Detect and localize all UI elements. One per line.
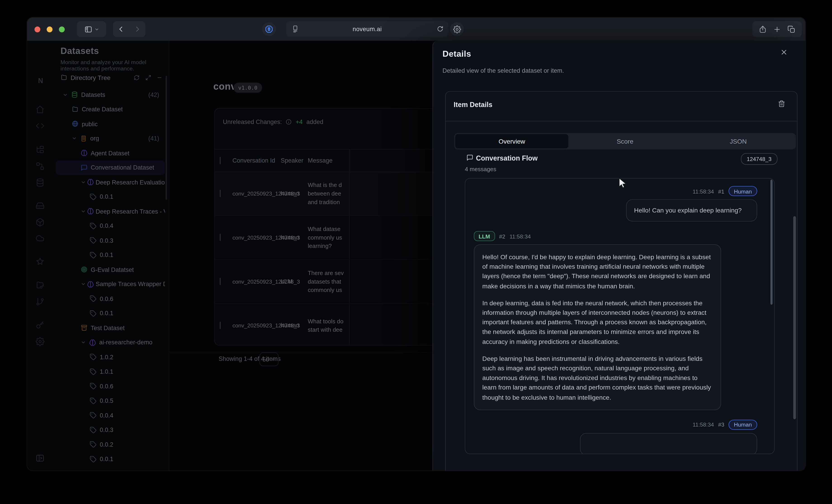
divider bbox=[446, 121, 797, 121]
speaker-badge: Human bbox=[729, 420, 757, 430]
message-time: 11:58:34 bbox=[693, 188, 714, 194]
reload-icon[interactable] bbox=[437, 26, 444, 32]
message-time: 11:58:34 bbox=[510, 233, 531, 239]
item-details-title: Item Details bbox=[454, 101, 492, 109]
details-panel-scrollbar[interactable] bbox=[794, 216, 796, 419]
message-meta: 11:58:34#3Human bbox=[474, 420, 757, 430]
trash-icon[interactable] bbox=[778, 100, 786, 109]
url-bar[interactable]: noveum.ai bbox=[286, 21, 448, 37]
sidebar-toggle-button[interactable] bbox=[77, 21, 106, 37]
message-number: #3 bbox=[718, 422, 724, 428]
messages-container: 11:58:34#1HumanHello! Can you explain de… bbox=[465, 178, 775, 454]
mouse-cursor bbox=[618, 177, 627, 189]
chat-bubble-icon bbox=[466, 154, 473, 161]
message-time: 11:58:34 bbox=[693, 422, 714, 428]
new-tab-plus-icon[interactable] bbox=[773, 25, 781, 33]
traffic-light-close[interactable] bbox=[34, 26, 41, 32]
messages-scrollbar[interactable] bbox=[771, 180, 773, 305]
tab-json[interactable]: JSON bbox=[682, 134, 795, 148]
forward-button[interactable] bbox=[130, 21, 146, 37]
message-meta: 11:58:34#1Human bbox=[474, 186, 757, 196]
message-number: #1 bbox=[718, 188, 724, 194]
extensions-gear-button[interactable] bbox=[450, 22, 464, 36]
tab-score[interactable]: Score bbox=[568, 134, 682, 148]
adblock-shield-button[interactable] bbox=[262, 22, 276, 36]
close-icon[interactable] bbox=[779, 47, 788, 57]
toolbar-right-group bbox=[752, 21, 802, 37]
item-details-card: Item Details OverviewScoreJSON Conversat… bbox=[445, 91, 798, 471]
conversation-flow-title: Conversation Flow bbox=[476, 154, 538, 162]
message-number: #2 bbox=[499, 233, 505, 239]
message-bubble: Hello! Can you explain deep learning? bbox=[626, 199, 757, 222]
browser-toolbar: noveum.ai bbox=[27, 18, 806, 41]
tab-bar: OverviewScoreJSON bbox=[454, 133, 796, 149]
tabs-overview-icon[interactable] bbox=[787, 25, 796, 33]
modal-dim-overlay bbox=[27, 41, 433, 471]
desktop: noveum.ai N Datasets Monitor and analyze… bbox=[0, 0, 832, 504]
traffic-light-minimize[interactable] bbox=[47, 26, 53, 32]
details-title: Details bbox=[442, 49, 471, 59]
nav-buttons bbox=[113, 21, 146, 37]
browser-window: noveum.ai N Datasets Monitor and analyze… bbox=[27, 18, 806, 471]
message-bubble bbox=[580, 433, 757, 454]
url-text: noveum.ai bbox=[286, 21, 448, 37]
speaker-badge: LLM bbox=[474, 231, 495, 241]
chevron-down-icon bbox=[94, 27, 99, 32]
message-meta: LLM#211:58:34 bbox=[474, 231, 766, 241]
details-subtitle: Detailed view of the selected dataset or… bbox=[442, 67, 564, 74]
sidebar-toggle-icon bbox=[84, 25, 92, 33]
traffic-light-zoom[interactable] bbox=[59, 26, 65, 32]
back-button[interactable] bbox=[113, 21, 129, 37]
speaker-badge: Human bbox=[729, 186, 757, 196]
share-icon[interactable] bbox=[759, 25, 766, 33]
tab-overview[interactable]: Overview bbox=[456, 134, 569, 148]
details-panel: Details Detailed view of the selected da… bbox=[433, 41, 806, 471]
message-count: 4 messages bbox=[465, 166, 496, 172]
message-bubble: Hello! Of course, I'd be happy to explai… bbox=[474, 244, 721, 410]
conversation-id-badge: 124748_3 bbox=[741, 153, 777, 165]
